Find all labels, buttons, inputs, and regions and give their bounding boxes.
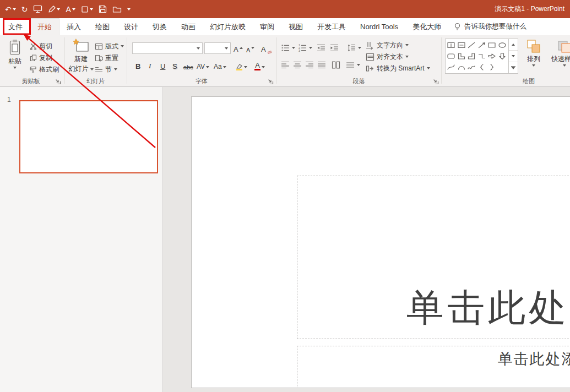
shape-block-arrow-down[interactable] [497, 51, 508, 62]
font-button[interactable]: A [63, 0, 78, 18]
slide-canvas[interactable]: 单击此处添加标题 单击此处添加副标题 [191, 96, 570, 388]
underline-button[interactable]: U [160, 59, 165, 71]
tab-file[interactable]: 文件 [1, 18, 30, 35]
increase-indent-button[interactable] [330, 42, 339, 53]
shape-block-arrow-right[interactable] [487, 51, 497, 62]
gallery-scroll-up-button[interactable] [509, 39, 518, 51]
pen-icon [48, 6, 56, 13]
shape-left-brace[interactable] [477, 62, 487, 73]
new-slide-button[interactable]: 新建 幻灯片 [68, 39, 94, 74]
font-size-combobox[interactable] [204, 42, 231, 54]
undo-button[interactable]: ↶ [2, 0, 19, 18]
ribbon-tabs: 文件 开始 插入 绘图 设计 切换 动画 幻灯片放映 审阅 视图 开发工具 No… [0, 18, 570, 35]
shadow-label: S [172, 62, 177, 70]
bullets-button[interactable] [281, 42, 295, 53]
align-left-button[interactable] [281, 59, 290, 70]
save-button[interactable] [96, 0, 110, 18]
section-button[interactable]: 节 [95, 64, 117, 75]
text-highlight-color-button[interactable] [236, 59, 247, 71]
shape-l-shape-mirrored[interactable] [466, 51, 477, 62]
shape-textbox[interactable] [446, 40, 457, 51]
tab-home[interactable]: 开始 [30, 18, 59, 35]
change-case-button[interactable]: Aa [214, 59, 226, 71]
clear-formatting-button[interactable]: A [261, 42, 272, 54]
start-slideshow-button[interactable] [30, 0, 45, 18]
gallery-more-button[interactable] [509, 62, 518, 73]
shape-vertical-textbox[interactable] [457, 40, 467, 51]
ribbon: 粘贴 剪切 复制 格式刷 剪贴板 [0, 35, 570, 87]
shape-arrow[interactable] [477, 40, 487, 51]
tab-meihua-dashi[interactable]: 美化大师 [405, 18, 448, 35]
reset-button[interactable]: 重置 [95, 52, 118, 63]
slide-1-thumbnail[interactable] [19, 100, 158, 173]
text-direction-button[interactable]: 文字方向 [366, 40, 409, 51]
numbering-button[interactable]: 1 2 3 [298, 42, 312, 53]
shape-arc[interactable] [457, 62, 467, 73]
tab-review[interactable]: 审阅 [253, 18, 281, 35]
shape-line[interactable] [466, 40, 477, 51]
add-remove-columns-button[interactable] [346, 59, 360, 70]
chevron-down-icon [223, 66, 226, 68]
character-spacing-button[interactable]: AV [197, 59, 209, 71]
shape-rectangle[interactable] [487, 40, 497, 51]
clipboard-dialog-launcher[interactable] [55, 77, 62, 84]
decrease-font-size-button[interactable]: A [246, 42, 254, 54]
tab-slideshow[interactable]: 幻灯片放映 [203, 18, 253, 35]
shape-l-shape[interactable] [457, 51, 467, 62]
tab-design[interactable]: 设计 [117, 18, 145, 35]
bold-button[interactable]: B [135, 59, 140, 71]
font-color-button[interactable]: A [254, 59, 265, 71]
shapes-button[interactable] [78, 0, 96, 18]
redo-button[interactable]: ↻ [19, 0, 31, 18]
columns-button[interactable] [332, 59, 340, 70]
convert-to-smartart-button[interactable]: 转换为 SmartArt [366, 63, 430, 74]
align-right-button[interactable] [305, 59, 314, 70]
paste-button[interactable]: 粘贴 [4, 39, 25, 69]
cut-button[interactable]: 剪切 [30, 41, 52, 52]
shape-elbow-connector[interactable] [477, 51, 487, 62]
paragraph-dialog-launcher[interactable] [433, 77, 439, 84]
chevron-down-icon [114, 68, 117, 70]
shape-right-brace[interactable] [487, 62, 497, 73]
draw-pen-button[interactable] [45, 0, 63, 18]
shape-oval[interactable] [497, 40, 508, 51]
font-dialog-launcher[interactable] [268, 77, 274, 84]
shape-freeform[interactable] [466, 62, 477, 73]
decrease-indent-button[interactable] [317, 42, 325, 53]
title-placeholder[interactable]: 单击此处添加标题 [297, 176, 570, 339]
italic-button[interactable]: I [149, 59, 151, 71]
tab-view[interactable]: 视图 [281, 18, 310, 35]
format-painter-button[interactable]: 格式刷 [30, 64, 59, 75]
increase-font-size-button[interactable]: A [234, 42, 243, 54]
align-center-button[interactable] [293, 59, 302, 70]
tab-transitions[interactable]: 切换 [145, 18, 174, 35]
tab-animations[interactable]: 动画 [174, 18, 203, 35]
gallery-scroll-down-button[interactable] [509, 51, 518, 62]
tab-insert[interactable]: 插入 [59, 18, 88, 35]
line-spacing-button[interactable] [347, 42, 361, 53]
layout-button[interactable]: 版式 [95, 41, 124, 52]
tab-draw[interactable]: 绘图 [88, 18, 117, 35]
copy-label: 复制 [39, 53, 52, 63]
shape-curve[interactable] [446, 62, 457, 73]
tab-developer[interactable]: 开发工具 [310, 18, 353, 35]
tab-nordri-tools[interactable]: Nordri Tools [353, 18, 405, 35]
align-justify-button[interactable] [317, 59, 326, 70]
tell-me-box[interactable]: 告诉我你想要做什么 [448, 18, 532, 35]
text-shadow-button[interactable]: S [172, 59, 177, 71]
copy-button[interactable]: 复制 [30, 52, 52, 63]
shape-rounded-rectangle[interactable] [446, 51, 457, 62]
quick-styles-label: 快速样式 [551, 55, 570, 64]
open-button[interactable] [110, 0, 124, 18]
align-justify-icon [317, 61, 326, 69]
strikethrough-button[interactable]: abc [183, 59, 193, 71]
chevron-down-icon [405, 44, 409, 46]
arrange-icon [526, 39, 541, 54]
font-name-combobox[interactable] [132, 42, 203, 54]
align-text-button[interactable]: 对齐文本 [366, 51, 409, 62]
text-direction-icon [366, 41, 374, 50]
arrange-button[interactable]: 排列 [522, 39, 545, 67]
subtitle-placeholder[interactable]: 单击此处添加副标题 [297, 346, 570, 388]
customize-qat-button[interactable] [124, 0, 133, 18]
quick-styles-button[interactable]: 快速样式 [547, 39, 570, 67]
